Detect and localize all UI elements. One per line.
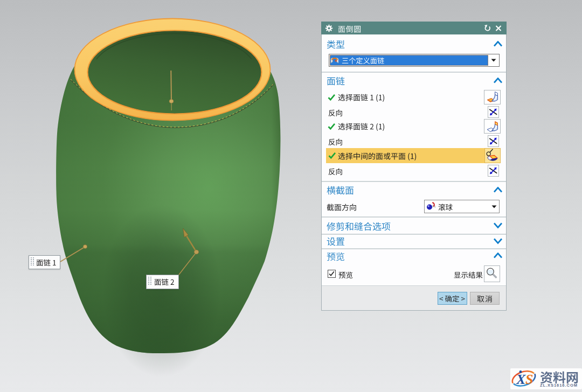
svg-text:S: S [525,372,533,387]
svg-text:X: X [516,372,526,387]
